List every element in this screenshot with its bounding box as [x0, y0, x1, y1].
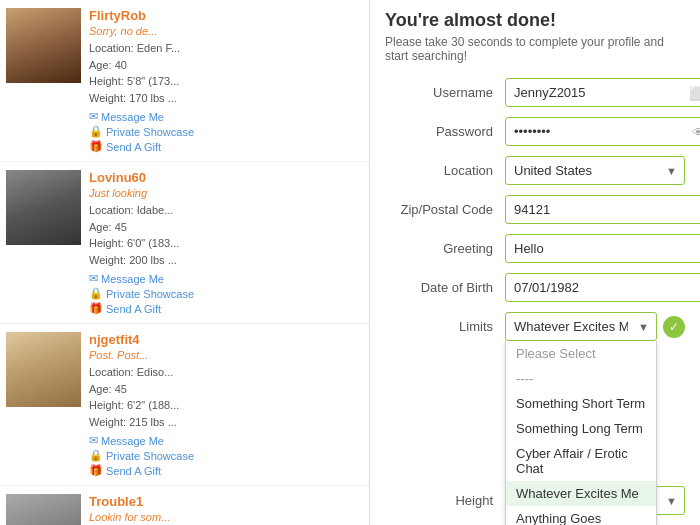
message-link-3[interactable]: ✉ Message Me [89, 434, 363, 447]
zip-wrapper [505, 195, 700, 224]
username-row: Username ⬜ ✓ [385, 78, 685, 107]
location-row: Location United States ▼ [385, 156, 685, 185]
location-wrapper: United States ▼ [505, 156, 685, 185]
profile-height-1: Height: 5'8" (173... [89, 73, 363, 90]
message-link-2[interactable]: ✉ Message Me [89, 272, 363, 285]
avatar-1 [6, 8, 81, 83]
dob-label: Date of Birth [385, 280, 505, 295]
username-wrapper: ⬜ [505, 78, 700, 107]
dob-input[interactable] [505, 273, 700, 302]
message-link-1[interactable]: ✉ Message Me [89, 110, 363, 123]
profile-actions-3: ✉ Message Me 🔒 Private Showcase 🎁 Send A… [89, 434, 363, 477]
profile-card-2: Lovinu60 Just looking Location: Idabe...… [0, 162, 369, 324]
dropdown-item-anything[interactable]: Anything Goes [506, 506, 656, 525]
username-input[interactable] [505, 78, 700, 107]
profile-status-1: Sorry, no de... [89, 25, 363, 37]
profile-info-4: Trouble1 Lookin for som... [89, 494, 363, 525]
profile-weight-1: Weight: 170 lbs ... [89, 90, 363, 107]
profile-age-3: Age: 45 [89, 381, 363, 398]
limits-dropdown[interactable]: Please Select ---- Something Short Term … [505, 341, 657, 525]
password-label: Password [385, 124, 505, 139]
profile-info-3: njgetfit4 Post. Post... Location: Ediso.… [89, 332, 363, 477]
profile-details-3: Location: Ediso... Age: 45 Height: 6'2" … [89, 364, 363, 430]
password-input[interactable] [505, 117, 700, 146]
profile-name-2[interactable]: Lovinu60 [89, 170, 363, 185]
username-label: Username [385, 85, 505, 100]
greeting-input[interactable] [505, 234, 700, 263]
height-label: Height [385, 493, 505, 508]
dropdown-item-short-term[interactable]: Something Short Term [506, 391, 656, 416]
email-icon-2: ✉ [89, 272, 98, 285]
limits-wrapper: Whatever Excites Me ▼ [505, 312, 657, 341]
profile-status-2: Just looking [89, 187, 363, 199]
gift-link-1[interactable]: 🎁 Send A Gift [89, 140, 363, 153]
dob-wrapper [505, 273, 700, 302]
password-wrapper: 👁 [505, 117, 700, 146]
profile-info-1: FlirtyRob Sorry, no de... Location: Eden… [89, 8, 363, 153]
profile-name-1[interactable]: FlirtyRob [89, 8, 363, 23]
profile-age-2: Age: 45 [89, 219, 363, 236]
gift-icon-2: 🎁 [89, 302, 103, 315]
dob-row: Date of Birth ✓ [385, 273, 685, 302]
email-icon-1: ✉ [89, 110, 98, 123]
dropdown-item-cyber[interactable]: Cyber Affair / Erotic Chat [506, 441, 656, 481]
profile-status-4: Lookin for som... [89, 511, 363, 523]
page-subtitle: Please take 30 seconds to complete your … [385, 35, 685, 63]
profile-card-1: FlirtyRob Sorry, no de... Location: Eden… [0, 0, 369, 162]
gift-icon-3: 🎁 [89, 464, 103, 477]
password-eye-icon: 👁 [692, 124, 700, 139]
profile-actions-2: ✉ Message Me 🔒 Private Showcase 🎁 Send A… [89, 272, 363, 315]
avatar-4 [6, 494, 81, 525]
profile-details-1: Location: Eden F... Age: 40 Height: 5'8"… [89, 40, 363, 106]
profile-age-1: Age: 40 [89, 57, 363, 74]
right-panel: You're almost done! Please take 30 secon… [370, 0, 700, 525]
lock-icon-3: 🔒 [89, 449, 103, 462]
profile-name-4[interactable]: Trouble1 [89, 494, 363, 509]
email-icon-3: ✉ [89, 434, 98, 447]
showcase-link-2[interactable]: 🔒 Private Showcase [89, 287, 363, 300]
profile-height-2: Height: 6'0" (183... [89, 235, 363, 252]
greeting-label: Greeting [385, 241, 505, 256]
limits-label: Limits [385, 319, 505, 334]
profile-actions-1: ✉ Message Me 🔒 Private Showcase 🎁 Send A… [89, 110, 363, 153]
lock-icon-1: 🔒 [89, 125, 103, 138]
limits-row: Limits Whatever Excites Me ▼ ✓ Please Se… [385, 312, 685, 341]
location-label: Location [385, 163, 505, 178]
gift-icon-1: 🎁 [89, 140, 103, 153]
profile-location-3: Location: Ediso... [89, 364, 363, 381]
zip-input[interactable] [505, 195, 700, 224]
zip-row: Zip/Postal Code ✓ [385, 195, 685, 224]
page-title: You're almost done! [385, 10, 685, 31]
limits-select[interactable]: Whatever Excites Me [505, 312, 657, 341]
dropdown-item-please-select[interactable]: Please Select [506, 341, 656, 366]
gift-link-3[interactable]: 🎁 Send A Gift [89, 464, 363, 477]
profile-location-2: Location: Idabe... [89, 202, 363, 219]
dropdown-item-dash[interactable]: ---- [506, 366, 656, 391]
username-icon: ⬜ [689, 85, 700, 100]
gift-link-2[interactable]: 🎁 Send A Gift [89, 302, 363, 315]
profile-height-3: Height: 6'2" (188... [89, 397, 363, 414]
greeting-wrapper [505, 234, 700, 263]
dropdown-item-long-term[interactable]: Something Long Term [506, 416, 656, 441]
left-panel: FlirtyRob Sorry, no de... Location: Eden… [0, 0, 370, 525]
avatar-2 [6, 170, 81, 245]
password-row: Password 👁 ✓ [385, 117, 685, 146]
lock-icon-2: 🔒 [89, 287, 103, 300]
showcase-link-1[interactable]: 🔒 Private Showcase [89, 125, 363, 138]
location-select[interactable]: United States [505, 156, 685, 185]
showcase-link-3[interactable]: 🔒 Private Showcase [89, 449, 363, 462]
zip-label: Zip/Postal Code [385, 202, 505, 217]
profile-status-3: Post. Post... [89, 349, 363, 361]
profile-details-2: Location: Idabe... Age: 45 Height: 6'0" … [89, 202, 363, 268]
profile-weight-3: Weight: 215 lbs ... [89, 414, 363, 431]
profile-location-1: Location: Eden F... [89, 40, 363, 57]
greeting-row: Greeting ✓ [385, 234, 685, 263]
profile-weight-2: Weight: 200 lbs ... [89, 252, 363, 269]
limits-check: ✓ [663, 316, 685, 338]
dropdown-item-whatever[interactable]: Whatever Excites Me [506, 481, 656, 506]
profile-name-3[interactable]: njgetfit4 [89, 332, 363, 347]
profile-card-4: Trouble1 Lookin for som... [0, 486, 369, 525]
profile-card-3: njgetfit4 Post. Post... Location: Ediso.… [0, 324, 369, 486]
profile-info-2: Lovinu60 Just looking Location: Idabe...… [89, 170, 363, 315]
avatar-3 [6, 332, 81, 407]
